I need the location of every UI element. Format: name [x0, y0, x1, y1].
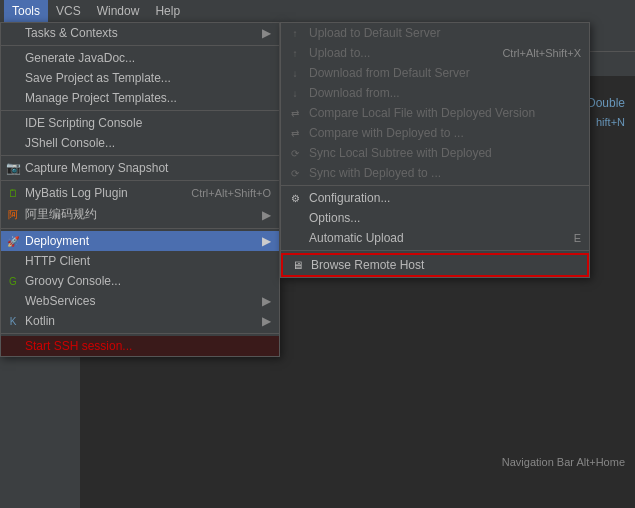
menu-item-ide-scripting[interactable]: IDE Scripting Console: [1, 113, 279, 133]
separator-4: [1, 180, 279, 181]
menu-item-deployment[interactable]: 🚀 Deployment ▶: [1, 231, 279, 251]
arrow-icon-kotlin: ▶: [262, 314, 271, 328]
deploy-item-upload-to[interactable]: ↑ Upload to... Ctrl+Alt+Shift+X: [281, 43, 589, 63]
webservices-icon: [5, 293, 21, 309]
deploy-item-download-default[interactable]: ↓ Download from Default Server: [281, 63, 589, 83]
tasks-icon: [5, 25, 21, 41]
alibaba-icon: 阿: [5, 207, 21, 223]
menu-item-alibaba[interactable]: 阿 阿里编码规约 ▶: [1, 203, 279, 226]
upload-to-shortcut: Ctrl+Alt+Shift+X: [502, 47, 581, 59]
mybatis-shortcut: Ctrl+Alt+Shift+O: [191, 187, 271, 199]
double-hint: Double: [587, 96, 625, 110]
deployment-icon: 🚀: [5, 233, 21, 249]
shift-hint: hift+N: [596, 116, 625, 128]
tools-dropdown-menu: Tasks & Contexts ▶ Generate JavaDoc... S…: [0, 22, 280, 357]
download-default-icon: ↓: [287, 65, 303, 81]
deploy-item-upload-default[interactable]: ↑ Upload to Default Server: [281, 23, 589, 43]
menu-item-manage-templates[interactable]: Manage Project Templates...: [1, 88, 279, 108]
sync-deployed-icon: ⟳: [287, 165, 303, 181]
deploy-separator-2: [281, 250, 589, 251]
auto-upload-icon: [287, 230, 303, 246]
menu-item-save-template[interactable]: Save Project as Template...: [1, 68, 279, 88]
deploy-item-compare-deployed[interactable]: ⇄ Compare with Deployed to ...: [281, 123, 589, 143]
javadoc-icon: [5, 50, 21, 66]
separator-6: [1, 333, 279, 334]
deploy-item-browse-remote[interactable]: 🖥 Browse Remote Host: [281, 253, 589, 277]
upload-to-icon: ↑: [287, 45, 303, 61]
menu-tools[interactable]: Tools: [4, 0, 48, 22]
sync-local-icon: ⟳: [287, 145, 303, 161]
arrow-icon-webservices: ▶: [262, 294, 271, 308]
browse-remote-icon: 🖥: [289, 257, 305, 273]
menu-help[interactable]: Help: [147, 0, 188, 22]
deploy-separator-1: [281, 185, 589, 186]
options-icon: [287, 210, 303, 226]
kotlin-icon: K: [5, 313, 21, 329]
deploy-item-options[interactable]: Options...: [281, 208, 589, 228]
menu-vcs[interactable]: VCS: [48, 0, 89, 22]
ssh-icon: [5, 338, 21, 354]
manage-templates-icon: [5, 90, 21, 106]
nav-bar-hint: Navigation Bar Alt+Home: [502, 456, 625, 468]
http-icon: [5, 253, 21, 269]
upload-default-icon: ↑: [287, 25, 303, 41]
deploy-item-sync-deployed[interactable]: ⟳ Sync with Deployed to ...: [281, 163, 589, 183]
menu-item-jshell[interactable]: JShell Console...: [1, 133, 279, 153]
mybatis-icon: 🗒: [5, 185, 21, 201]
compare-deployed-icon: ⇄: [287, 125, 303, 141]
separator-1: [1, 45, 279, 46]
menu-item-groovy[interactable]: G Groovy Console...: [1, 271, 279, 291]
arrow-icon-deployment: ▶: [262, 234, 271, 248]
menu-item-http[interactable]: HTTP Client: [1, 251, 279, 271]
menu-item-tasks[interactable]: Tasks & Contexts ▶: [1, 23, 279, 43]
download-from-icon: ↓: [287, 85, 303, 101]
deployment-submenu: ↑ Upload to Default Server ↑ Upload to..…: [280, 22, 590, 278]
separator-3: [1, 155, 279, 156]
config-icon: ⚙: [287, 190, 303, 206]
separator-2: [1, 110, 279, 111]
menu-item-generate-javadoc[interactable]: Generate JavaDoc...: [1, 48, 279, 68]
groovy-icon: G: [5, 273, 21, 289]
save-template-icon: [5, 70, 21, 86]
compare-local-icon: ⇄: [287, 105, 303, 121]
menu-window[interactable]: Window: [89, 0, 148, 22]
memory-icon: 📷: [5, 160, 21, 176]
scripting-icon: [5, 115, 21, 131]
deploy-item-compare-local[interactable]: ⇄ Compare Local File with Deployed Versi…: [281, 103, 589, 123]
arrow-icon-alibaba: ▶: [262, 208, 271, 222]
separator-5: [1, 228, 279, 229]
menu-bar: Tools VCS Window Help: [0, 0, 635, 22]
deploy-item-auto-upload[interactable]: Automatic Upload E: [281, 228, 589, 248]
menu-item-kotlin[interactable]: K Kotlin ▶: [1, 311, 279, 331]
menu-item-capture-memory[interactable]: 📷 Capture Memory Snapshot: [1, 158, 279, 178]
auto-upload-shortcut: E: [574, 232, 581, 244]
menu-item-webservices[interactable]: WebServices ▶: [1, 291, 279, 311]
deploy-item-download-from[interactable]: ↓ Download from...: [281, 83, 589, 103]
arrow-icon-tasks: ▶: [262, 26, 271, 40]
deploy-item-sync-local[interactable]: ⟳ Sync Local Subtree with Deployed: [281, 143, 589, 163]
menu-item-mybatis[interactable]: 🗒 MyBatis Log Plugin Ctrl+Alt+Shift+O: [1, 183, 279, 203]
deploy-item-configuration[interactable]: ⚙ Configuration...: [281, 188, 589, 208]
jshell-icon: [5, 135, 21, 151]
menu-item-ssh[interactable]: Start SSH session...: [1, 336, 279, 356]
